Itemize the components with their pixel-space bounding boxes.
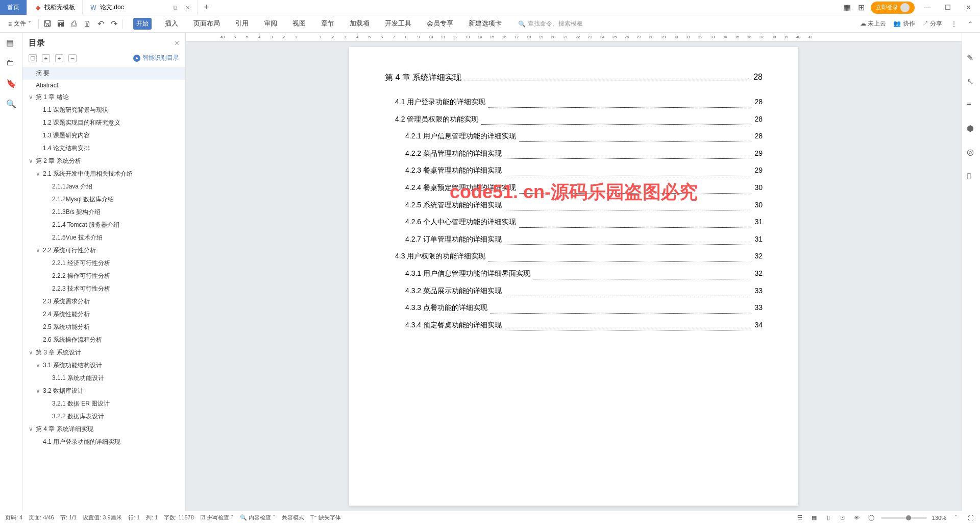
toc-line[interactable]: 4.3.4 预定餐桌功能的详细实现34	[385, 317, 763, 334]
outline-item[interactable]: 2.3 系统需求分析	[22, 295, 185, 308]
ribbon-start[interactable]: 开始	[133, 18, 152, 30]
ribbon-addon[interactable]: 加载项	[348, 18, 372, 30]
popout-icon[interactable]: ⧉	[173, 4, 178, 11]
new-tab-button[interactable]: +	[198, 0, 215, 15]
outline-item[interactable]: 2.1.5Vue 技术介绍	[22, 231, 185, 244]
collab-button[interactable]: 👥 协作	[893, 19, 915, 28]
outline-tool-4[interactable]: −	[68, 54, 77, 62]
view-mode-2-icon[interactable]: ▦	[810, 513, 819, 522]
outline-item[interactable]: 3.2.1 数据 ER 图设计	[22, 397, 185, 410]
outline-item[interactable]: 2.2.3 技术可行性分析	[22, 282, 185, 295]
outline-item[interactable]: 1.1 课题研究背景与现状	[22, 104, 185, 116]
zoom-out-icon[interactable]: ◯	[867, 513, 876, 522]
toc-line[interactable]: 4.2.4 餐桌预定管理功能的详细实现30	[385, 179, 763, 197]
outline-item[interactable]: ∨3.1 系统功能结构设计	[22, 359, 185, 372]
print-icon[interactable]: ⎙	[69, 19, 79, 29]
outline-item[interactable]: 2.6 系统操作流程分析	[22, 334, 185, 346]
outline-item[interactable]: 摘 要	[22, 67, 185, 80]
outline-item[interactable]: 2.1.1Java 介绍	[22, 180, 185, 193]
outline-item[interactable]: ∨第 1 章 绪论	[22, 91, 185, 104]
ribbon-review[interactable]: 审阅	[262, 18, 279, 30]
outline-item[interactable]: 4.1 用户登录功能的详细实现	[22, 436, 185, 448]
ribbon-devtool[interactable]: 开发工具	[383, 18, 413, 30]
status-pages[interactable]: 页面: 4/46	[29, 514, 54, 521]
saveas-icon[interactable]: 🖬	[56, 19, 65, 29]
pen-icon[interactable]: ✎	[967, 53, 976, 62]
redo-icon[interactable]: ↷	[109, 19, 118, 29]
outline-item[interactable]: ∨3.2 数据库设计	[22, 385, 185, 397]
tab-template[interactable]: ◆找稻壳模板	[27, 0, 83, 15]
more-icon[interactable]: ⋮	[949, 19, 959, 29]
status-page[interactable]: 页码: 4	[5, 514, 22, 521]
toc-line[interactable]: 4.2.5 系统管理功能的详细实现30	[385, 197, 763, 214]
toc-line[interactable]: 4.2.6 个人中心管理功能的详细实现31	[385, 213, 763, 231]
zoom-dropdown-icon[interactable]: ˅	[951, 513, 961, 522]
toc-line[interactable]: 4.3 用户权限的功能详细实现32	[385, 248, 763, 265]
eye-icon[interactable]: 👁	[852, 513, 862, 522]
layout-icon[interactable]: ▦	[842, 3, 851, 12]
bookmark-icon[interactable]: 🔖	[6, 79, 16, 89]
tab-home[interactable]: 首页	[0, 0, 27, 15]
outline-item[interactable]: 1.3 课题研究内容	[22, 129, 185, 142]
outline-item[interactable]: 2.5 系统功能分析	[22, 321, 185, 334]
ribbon-newtab[interactable]: 新建选项卡	[467, 18, 504, 30]
outline-item[interactable]: 2.1.3B/s 架构介绍	[22, 206, 185, 219]
tab-document[interactable]: W论文.doc⧉×	[83, 0, 198, 15]
document-page[interactable]: 第 4 章 系统详细实现28 4.1 用户登录功能的详细实现284.2 管理员权…	[349, 47, 798, 506]
outline-item[interactable]: ∨2.1 系统开发中使用相关技术介绍	[22, 168, 185, 180]
close-window-button[interactable]: ✕	[961, 4, 976, 11]
outline-item[interactable]: 2.4 系统性能分析	[22, 308, 185, 321]
apps-icon[interactable]: ⊞	[856, 3, 866, 12]
ribbon-insert[interactable]: 插入	[163, 18, 180, 30]
outline-item[interactable]: 1.4 论文结构安排	[22, 142, 185, 155]
toc-line[interactable]: 4.3.1 用户信息管理功能的详细界面实现32	[385, 265, 763, 282]
ribbon-view[interactable]: 视图	[290, 18, 308, 30]
save-icon[interactable]: 🖫	[43, 19, 52, 29]
toc-line[interactable]: 4.2.2 菜品管理功能的详细实现29	[385, 145, 763, 162]
toc-line[interactable]: 4.3.3 点餐功能的详细实现33	[385, 299, 763, 317]
find-icon[interactable]: 🔍	[6, 99, 16, 109]
maximize-button[interactable]: ☐	[940, 4, 955, 11]
toc-line[interactable]: 4.3.2 菜品展示功能的详细实现33	[385, 282, 763, 300]
status-compat[interactable]: 兼容模式	[282, 514, 304, 521]
folder-icon[interactable]: 🗀	[6, 58, 16, 68]
target-icon[interactable]: ◎	[967, 147, 976, 156]
outline-item[interactable]: 3.1.1 系统功能设计	[22, 372, 185, 385]
view-mode-3-icon[interactable]: ▯	[824, 513, 833, 522]
close-outline-icon[interactable]: ×	[175, 39, 179, 48]
cursor-icon[interactable]: ↖	[967, 77, 976, 86]
hamburger-menu[interactable]: ≡ 文件 ˅	[5, 18, 34, 30]
outline-icon[interactable]: ▤	[6, 38, 16, 48]
status-spellcheck[interactable]: ☑ 拼写检查 ˅	[200, 514, 234, 521]
login-button[interactable]: 立即登录	[871, 2, 915, 14]
toc-line[interactable]: 4.2.3 餐桌管理功能的详细实现29	[385, 162, 763, 179]
view-mode-4-icon[interactable]: ⊡	[838, 513, 847, 522]
zoom-slider[interactable]	[881, 517, 927, 519]
share-button[interactable]: ↗ 分享	[922, 19, 942, 28]
page-icon[interactable]: ▯	[967, 171, 976, 180]
cloud-status[interactable]: ☁ 未上云	[860, 19, 886, 28]
settings-slider-icon[interactable]: ≡	[967, 100, 976, 109]
toc-line[interactable]: 4.2.1 用户信息管理功能的详细实现28	[385, 128, 763, 145]
status-words[interactable]: 字数: 11578	[164, 514, 194, 521]
preview-icon[interactable]: 🗎	[83, 19, 92, 29]
outline-tool-2[interactable]: +	[42, 54, 50, 62]
outline-tool-3[interactable]: +	[55, 54, 63, 62]
outline-item[interactable]: 3.2.2 数据库表设计	[22, 410, 185, 423]
outline-item[interactable]: ∨2.2 系统可行性分析	[22, 244, 185, 257]
status-section[interactable]: 节: 1/1	[60, 514, 77, 521]
ribbon-ref[interactable]: 引用	[233, 18, 251, 30]
ribbon-chapter[interactable]: 章节	[319, 18, 336, 30]
expand-icon[interactable]: ⌃	[966, 19, 975, 29]
status-content-check[interactable]: 🔍 内容检查 ˅	[240, 514, 276, 521]
toc-line[interactable]: 4.1 用户登录功能的详细实现28	[385, 93, 763, 111]
ai-icon[interactable]: ⬢	[967, 124, 976, 133]
zoom-level[interactable]: 130%	[932, 515, 946, 521]
outline-item[interactable]: ∨第 4 章 系统详细实现	[22, 423, 185, 436]
outline-item[interactable]: 2.1.2Mysql 数据库介绍	[22, 193, 185, 206]
outline-item[interactable]: ∨第 2 章 系统分析	[22, 155, 185, 168]
document-scroll[interactable]: 第 4 章 系统详细实现28 4.1 用户登录功能的详细实现284.2 管理员权…	[186, 42, 962, 511]
outline-item[interactable]: ∨第 3 章 系统设计	[22, 346, 185, 359]
fullscreen-icon[interactable]: ⛶	[966, 513, 975, 522]
smart-toc-button[interactable]: ●智能识别目录	[133, 54, 179, 62]
